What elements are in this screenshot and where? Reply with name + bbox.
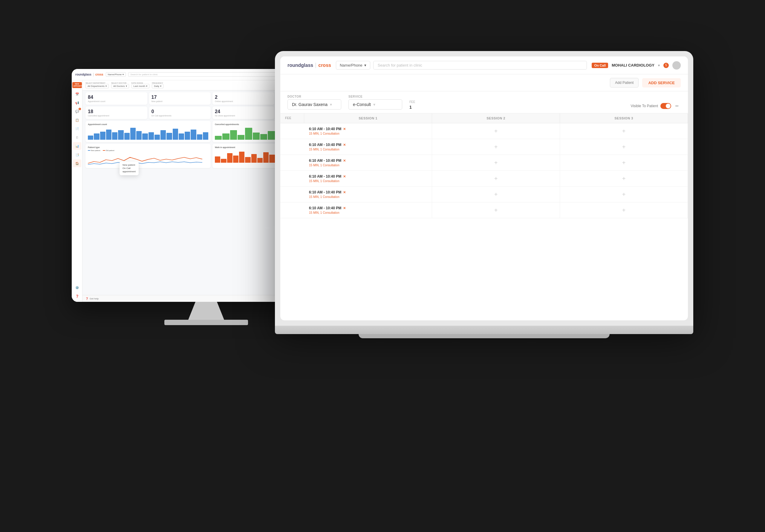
laptop-slot-2-close[interactable]: ✕ [343,143,346,147]
laptop-slot-2-add-3[interactable]: + [622,143,626,151]
laptop-slot-2-time: 6:10 AM - 10:40 PM ✕ [309,143,427,147]
laptop-session-2-header: SESSION 2 [432,114,560,123]
laptop-slot-6-session-3: + [560,202,688,218]
laptop-search-area: Name/Phone ▾ Search for patient in clini… [336,61,587,70]
laptop-service-group: SERVICE e-Consult ▾ [349,95,402,110]
laptop-slot-6-add-3[interactable]: + [622,206,626,214]
laptop-add-patient-button[interactable]: Add Patient [610,78,639,88]
scene: roundglass cross Name/Phone ▾ Search for… [54,27,711,505]
desktop-sidebar-campaign[interactable]: 📢 [73,99,81,107]
laptop-slot-1-time: 6:10 AM - 10:40 PM ✕ [309,127,427,131]
laptop-slot-5-close[interactable]: ✕ [343,190,346,194]
desktop-filter-dept-select[interactable]: All Departments ▾ [86,84,109,88]
laptop-slot-row-1: 6:10 AM - 10:40 PM ✕ 15 MIN, 1 Consultat… [280,123,688,139]
desktop-stat-new-patient: 17 New patient [149,92,211,105]
laptop-slot-row-2: 6:10 AM - 10:40 PM ✕ 15 MIN, 1 Consultat… [280,139,688,155]
laptop-dropdown-icon: ▾ [658,63,660,68]
desktop-search-input[interactable]: Search for patient in clinic [128,72,280,77]
desktop-chart-patient-type: Patient type New patient Old patient [86,144,211,168]
laptop-base [275,326,693,334]
laptop-slot-5-add-3[interactable]: + [622,190,626,198]
desktop-filter-freq-select[interactable]: Daily ▾ [152,84,164,88]
laptop-slot-row-4: 6:10 AM - 10:40 PM ✕ 15 MIN, 1 Consultat… [280,171,688,186]
laptop-slot-5-sub: 15 MIN, 1 Consultation [309,195,427,198]
laptop-slot-6-session-1: 6:10 AM - 10:40 PM ✕ 15 MIN, 1 Consultat… [304,202,432,218]
laptop-session-3-header: SESSION 3 [560,114,688,123]
laptop-slot-4-close[interactable]: ✕ [343,175,346,178]
desktop-search-dropdown[interactable]: Name/Phone ▾ [106,72,126,77]
laptop-slot-5-time: 6:10 AM - 10:40 PM ✕ [309,190,427,194]
laptop-header-right: On Call MOHALI CARDIOLOGY ▾ 5 [592,61,681,70]
desktop-new-appointment-button[interactable]: NEW APPOINTMENT [72,82,82,88]
desktop-sidebar-appointments[interactable]: 📅 [73,90,81,98]
laptop-slot-4-session-3: + [560,171,688,186]
laptop-slot-3-add-3[interactable]: + [622,158,626,167]
laptop-doctor-service-row: DOCTOR Dr. Gaurav Saxena ▾ SERVICE e-Con… [280,91,688,114]
desktop-filter-daterange: DATE RANGE Last month ▾ [132,82,150,88]
laptop-edit-icon[interactable]: ✏ [674,103,681,110]
laptop-add-service-button[interactable]: ADD SERVICE [642,78,681,88]
laptop-slot-1-session-3: + [560,123,688,139]
laptop-service-select[interactable]: e-Consult ▾ [349,100,402,110]
laptop-slot-1-add-3[interactable]: + [622,127,626,135]
laptop-slot-4-add-2[interactable]: + [494,174,498,183]
laptop-slot-2-session-2: + [432,139,560,155]
laptop-search-dropdown[interactable]: Name/Phone ▾ [336,61,370,70]
laptop-slot-row-3: 6:10 AM - 10:40 PM ✕ 15 MIN, 1 Consultat… [280,155,688,171]
laptop-doctor-label: DOCTOR [288,95,341,98]
desktop-stat-online: 2 Online appointment [213,92,274,105]
laptop-slot-4-session-1: 6:10 AM - 10:40 PM ✕ 15 MIN, 1 Consultat… [304,171,432,186]
laptop-screen: roundglass cross Name/Phone ▾ Search for… [280,56,688,320]
laptop-search-input[interactable]: Search for patient in clinic [373,61,587,70]
laptop-slot-3-session-2: + [432,155,560,170]
laptop-slot-4-add-3[interactable]: + [622,174,626,183]
laptop-visible-toggle-switch[interactable] [660,103,671,109]
laptop-slot-6-add-2[interactable]: + [494,206,498,214]
laptop-slot-5-add-2[interactable]: + [494,190,498,198]
laptop-slot-4-session-2: + [432,171,560,186]
laptop-session-1-header: SESSION 1 [304,114,432,123]
laptop-notif-badge: 5 [663,63,669,68]
desktop-sidebar-reports[interactable]: 📑 [73,151,81,158]
desktop-sidebar-schedule[interactable]: 🗓 [73,133,81,141]
desktop-sidebar-programs[interactable]: 📋 [73,116,81,124]
laptop-slot-2-session-3: + [560,139,688,155]
desktop-filter-date-select[interactable]: Last month ▾ [132,84,150,88]
desktop-sidebar-chat[interactable]: 💬 3 [73,108,81,115]
laptop-slot-2-add-2[interactable]: + [494,143,498,151]
desktop-stat-lbl-cancelled: Cancelled appointment [88,115,145,117]
desktop-sidebar-statements[interactable]: 📄 [73,125,81,133]
laptop-slot-6-session-2: + [432,202,560,218]
desktop-stat-noshow: 24 No show appointment [213,107,274,119]
laptop-foot [359,334,610,338]
laptop-slot-6-sub: 15 MIN, 1 Consultation [309,211,427,214]
laptop-slot-3-close[interactable]: ✕ [343,159,346,163]
laptop-slot-3-add-2[interactable]: + [494,158,498,167]
desktop-chart-appt-count: Appointment count [86,121,211,142]
desktop-filter-frequency: FREQUENCY Daily ▾ [152,82,164,88]
laptop-slot-3-time: 6:10 AM - 10:40 PM ✕ [309,158,427,163]
desktop-logo-divider [93,73,94,77]
laptop-doctor-select[interactable]: Dr. Gaurav Saxena ▾ [288,100,341,110]
desktop-chart-appt-bars [88,127,208,140]
desktop-stat-lbl-new: New patient [152,100,209,103]
desktop-filter-doc-select[interactable]: All Doctors ▾ [111,84,129,88]
laptop-clinic-name: MOHALI CARDIOLOGY [612,63,654,68]
desktop-stat-lbl-online: Online appointment [215,100,272,103]
desktop-stand [188,302,224,320]
desktop-sidebar-dashboard[interactable]: 🏠 [73,159,81,167]
desktop-logo: roundglass cross [75,73,103,77]
laptop-app: roundglass cross Name/Phone ▾ Search for… [280,56,688,320]
laptop-top-bar: Add Patient ADD SERVICE [280,74,688,91]
legend-new-patient: New patient [88,149,100,151]
laptop-slot-6-close[interactable]: ✕ [343,206,346,210]
desktop-sidebar-analysis[interactable]: 📊 [73,142,81,150]
laptop-slot-3-sub: 15 MIN, 1 Consultation [309,163,427,167]
desktop-sidebar-more[interactable]: ⚙️ [73,284,81,291]
desktop-chat-badge: 3 [79,108,81,110]
laptop-slot-1-close[interactable]: ✕ [343,127,346,131]
laptop-slot-1-add-2[interactable]: + [494,127,498,135]
laptop-slot-5-session-2: + [432,186,560,202]
desktop-sidebar-help[interactable]: ❓ [73,292,81,300]
desktop-filter-department: SELECT DEPARTMENT All Departments ▾ [86,82,109,88]
